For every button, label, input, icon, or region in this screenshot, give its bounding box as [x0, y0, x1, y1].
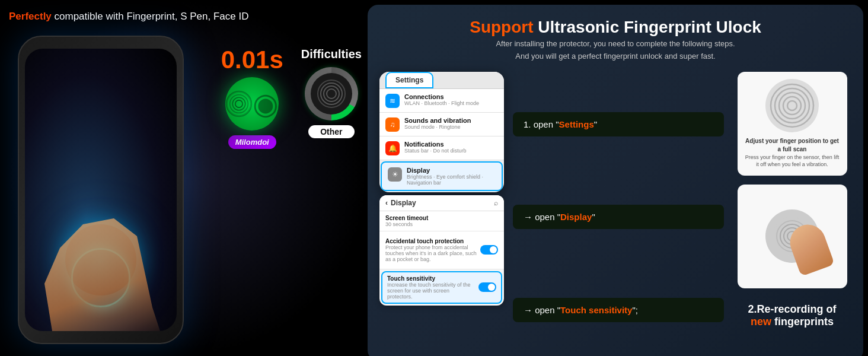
accidental-item: Accidental touch protection Protect your… [379, 231, 504, 269]
display-title: Display [407, 167, 496, 174]
fingerprint-green-svg [225, 86, 253, 122]
phone-body [18, 36, 184, 344]
svg-point-5 [327, 89, 336, 98]
step3-highlight: Touch sensitivity [560, 305, 632, 315]
rerecord-new-word: new [751, 316, 771, 328]
svg-point-13 [771, 84, 813, 127]
svg-point-10 [783, 97, 801, 115]
scan-box-bottom [738, 185, 847, 288]
screen-timeout-title: Screen timeout [385, 215, 498, 221]
scan-fingerprint-svg-top [768, 82, 816, 129]
brand-badge: Milomdoi [228, 135, 276, 149]
step1-highlight: Settings [559, 119, 594, 129]
phone-mockup [0, 36, 225, 350]
perfectly-word: Perfectly [9, 11, 52, 22]
fingerprint-gray-svg [317, 79, 346, 109]
svg-point-2 [232, 97, 245, 110]
svg-point-6 [324, 86, 339, 101]
finger-on-fp [757, 201, 828, 272]
display-item: ☀ Display Brightness · Eye comfort shiel… [381, 161, 503, 191]
difficulties-label: Difficulties [301, 47, 362, 61]
touch-sensitivity-sub: Increase the touch sensitivity of the sc… [387, 282, 474, 300]
svg-point-1 [235, 100, 242, 107]
display-header: ‹ Display ⌕ [379, 195, 504, 211]
compatibility-text: Perfectly compatible with Fingerprint, S… [9, 11, 248, 23]
phone-ui-area: Settings ≋ Connections WLAN · Bluetooth … [379, 72, 504, 356]
svg-point-9 [787, 101, 797, 110]
rerecord-line2: new fingerprints [748, 316, 836, 328]
touch-sensitivity-item: Touch sensitivity Increase the touch sen… [381, 271, 502, 304]
connections-item: ≋ Connections WLAN · Bluetooth · Flight … [379, 89, 504, 113]
connections-subtitle: WLAN · Bluetooth · Flight mode [404, 100, 498, 106]
accidental-toggle: Accidental touch protection Protect your… [385, 235, 498, 265]
notifications-subtitle: Status bar · Do not disturb [404, 148, 498, 154]
steps-area: 1. open "Settings" → open "Display" → op… [513, 72, 724, 356]
rerecord-suffix: fingerprints [771, 316, 834, 328]
accidental-text: Accidental touch protection Protect your… [385, 238, 480, 262]
main-title: Support Ultrasonic Fingerprint Ulock [379, 17, 851, 38]
screen-timeout-item: Screen timeout 30 seconds [379, 211, 504, 231]
connections-text: Connections WLAN · Bluetooth · Flight mo… [404, 93, 498, 106]
notifications-item: 🔔 Notifications Status bar · Do not dist… [379, 136, 504, 160]
scan-fp-circle-top [765, 79, 819, 132]
display-icon: ☀ [388, 167, 402, 182]
screen-timeout-value: 30 seconds [385, 221, 498, 227]
sounds-title: Sounds and vibration [404, 117, 498, 124]
sounds-icon: ♫ [385, 117, 400, 132]
stats-area: 0.01s Milomdoi Difficulties [221, 47, 362, 149]
right-panel-header: Support Ultrasonic Fingerprint Ulock Aft… [379, 17, 851, 63]
fp-inner [311, 73, 352, 115]
settings-tab-bar: Settings [379, 72, 504, 89]
milomdoi-fp-icon [225, 77, 279, 131]
re-recording-text: 2.Re-recording of new fingerprints [748, 303, 836, 328]
phone-ui-mockup: Settings ≋ Connections WLAN · Bluetooth … [379, 72, 504, 192]
notifications-title: Notifications [404, 141, 498, 148]
display-subtitle: Brightness · Eye comfort shield · Naviga… [407, 174, 496, 186]
step3-text: → open "Touch sensitivity"; [524, 305, 638, 315]
right-panel: Support Ultrasonic Fingerprint Ulock Aft… [368, 5, 863, 356]
title-rest: Ultrasonic Fingerprint Ulock [534, 18, 761, 36]
support-word: Support [470, 18, 533, 36]
sounds-text: Sounds and vibration Sound mode · Ringto… [404, 117, 498, 130]
display-text: Display Brightness · Eye comfort shield … [407, 167, 496, 186]
step3-box: → open "Touch sensitivity"; [513, 298, 724, 322]
touch-sensitivity-text: Touch sensitivity Increase the touch sen… [387, 275, 474, 300]
connections-title: Connections [404, 93, 498, 100]
notifications-text: Notifications Status bar · Do not distur… [404, 141, 498, 154]
left-panel: Perfectly compatible with Fingerprint, S… [0, 0, 368, 356]
accidental-sub: Protect your phone from accidental touch… [385, 244, 480, 262]
difficulties-block: Difficulties Other [301, 47, 362, 138]
svg-point-4 [227, 92, 251, 116]
notifications-icon: 🔔 [385, 141, 400, 155]
scan-area: Adjust your finger position to get a ful… [733, 72, 851, 356]
step2-text: → open "Display" [524, 212, 595, 222]
settings-tab: Settings [385, 72, 433, 88]
speed-block: 0.01s Milomdoi [221, 47, 283, 149]
accidental-toggle-switch[interactable] [480, 245, 498, 255]
search-icon-display: ⌕ [494, 199, 498, 207]
phone-screen [25, 49, 177, 331]
connections-icon: ≋ [385, 94, 400, 108]
step2-box: → open "Display" [513, 205, 724, 229]
svg-point-12 [775, 88, 809, 123]
subtitle: After installing the protector, you need… [379, 38, 851, 63]
sounds-item: ♫ Sounds and vibration Sound mode · Ring… [379, 113, 504, 136]
step1-box: 1. open "Settings" [513, 112, 724, 136]
speed-value: 0.01s [221, 47, 283, 72]
step2-highlight: Display [560, 212, 592, 222]
content-row: Settings ≋ Connections WLAN · Bluetooth … [379, 72, 851, 356]
other-badge: Other [308, 125, 354, 138]
sounds-subtitle: Sound mode · Ringtone [404, 124, 498, 130]
svg-point-8 [318, 80, 345, 107]
back-arrow: ‹ [385, 199, 388, 207]
display-header-left: ‹ Display [385, 199, 416, 207]
other-fp-icon [305, 67, 358, 120]
display-header-title: Display [391, 199, 416, 207]
scan-adjust-text: Adjust your finger position to get a ful… [743, 137, 841, 169]
step1-text: 1. open "Settings" [524, 119, 597, 129]
display-panel: ‹ Display ⌕ Screen timeout 30 seconds Ac… [379, 195, 504, 306]
scan-box-top: Adjust your finger position to get a ful… [738, 72, 847, 176]
hand-overlay [37, 212, 177, 331]
touch-sensitivity-toggle[interactable] [478, 282, 496, 292]
rerecord-line1: 2.Re-recording of [748, 303, 836, 316]
